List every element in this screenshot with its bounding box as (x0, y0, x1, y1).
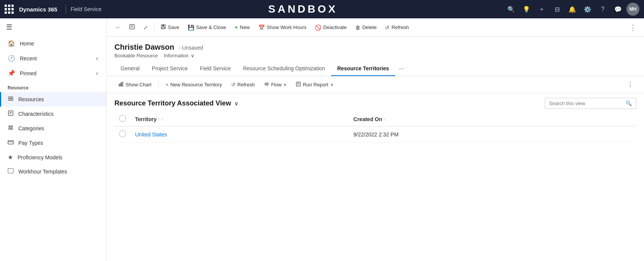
refresh-label: Refresh (391, 24, 409, 30)
top-navigation: Dynamics 365 Field Service SANDBOX 🔍 💡 ＋… (0, 0, 644, 18)
search-icon[interactable]: 🔍 (504, 2, 518, 16)
new-territory-plus-icon: + (166, 82, 169, 88)
sub-toolbar: Show Chart + New Resource Territory ↺ Re… (107, 76, 644, 93)
select-all-col (114, 112, 130, 126)
svg-rect-2 (8, 100, 13, 101)
back-icon: ← (115, 24, 121, 31)
created-on-sort-button[interactable]: Created On ↓ (353, 116, 632, 122)
territory-link[interactable]: United States (135, 131, 167, 138)
help-icon[interactable]: ? (596, 2, 610, 16)
top-nav-icons: 🔍 💡 ＋ ⊟ 🔔 ⚙️ ? 💬 MH (504, 2, 639, 16)
run-report-button[interactable]: Run Report ∨ (292, 79, 337, 90)
calendar-icon: 📅 (258, 24, 265, 31)
sidebar-item-categories[interactable]: Categories (0, 121, 106, 136)
svg-rect-10 (8, 141, 13, 144)
entity-name: Bookable Resource (114, 53, 158, 58)
hamburger-button[interactable]: ☰ (0, 18, 106, 36)
sub-sep-1 (158, 81, 159, 89)
back-button[interactable]: ← (111, 22, 124, 33)
user-avatar[interactable]: MH (626, 3, 639, 16)
bell-icon[interactable]: 🔔 (565, 2, 579, 16)
sidebar-item-workhour-templates[interactable]: Workhour Templates (0, 164, 106, 179)
svg-rect-22 (296, 82, 301, 86)
show-work-hours-button[interactable]: 📅 Show Work Hours (254, 22, 311, 33)
tab-resource-territories[interactable]: Resource Territories (331, 62, 395, 76)
sidebar-item-resources[interactable]: Resources (0, 92, 106, 107)
sidebar-item-proficiency-models[interactable]: ★ Proficiency Models (0, 150, 106, 164)
tab-field-service[interactable]: Field Service (194, 62, 237, 76)
app-launcher-button[interactable] (5, 5, 14, 14)
sidebar-item-pay-types[interactable]: Pay Types (0, 136, 106, 150)
svg-rect-12 (8, 169, 13, 173)
save-button[interactable]: Save (157, 22, 183, 33)
record-name: Christie Dawson (114, 43, 174, 52)
lightbulb-icon[interactable]: 💡 (520, 2, 533, 16)
more-commands-button[interactable]: ⋮ (626, 22, 639, 33)
save-close-button[interactable]: 💾 Save & Close (184, 22, 230, 33)
open-in-new-button[interactable]: ⤢ (140, 22, 152, 33)
run-report-icon (296, 81, 301, 88)
form-chevron-icon[interactable]: ∨ (191, 53, 195, 58)
pay-types-icon (8, 139, 14, 147)
new-label: New (240, 24, 250, 30)
save-icon (161, 24, 166, 31)
sidebar-item-pinned[interactable]: 📌 Pinned ∨ (0, 66, 106, 81)
created-on-cell: 9/22/2022 2:32 PM (349, 126, 636, 143)
sidebar-item-characteristics-label: Characteristics (18, 111, 54, 117)
svg-rect-19 (119, 84, 120, 86)
flow-chevron-icon: ∨ (283, 82, 287, 87)
form-icon (129, 24, 135, 31)
sub-refresh-button[interactable]: ↺ Refresh (227, 80, 259, 89)
tab-project-service[interactable]: Project Service (146, 62, 194, 76)
refresh-button[interactable]: ↺ Refresh (381, 22, 413, 33)
sidebar-item-home[interactable]: 🏠 Home (0, 36, 106, 51)
new-resource-territory-button[interactable]: + New Resource Territory (162, 80, 226, 89)
svg-rect-0 (8, 97, 13, 97)
view-title-chevron-icon[interactable]: ∨ (234, 101, 238, 107)
chat-icon[interactable]: 💬 (611, 2, 625, 16)
select-all-checkbox[interactable] (119, 115, 126, 122)
svg-point-9 (11, 128, 13, 130)
territory-col-header: Territory ↑ ↓ (130, 112, 349, 126)
sub-more-button[interactable]: ⋮ (624, 79, 636, 90)
more-tabs-button[interactable]: ··· (395, 62, 408, 75)
save-close-label: Save & Close (196, 24, 226, 30)
plus-icon[interactable]: ＋ (535, 2, 549, 16)
recent-chevron-icon: ∨ (95, 56, 99, 61)
gear-icon[interactable]: ⚙️ (581, 2, 594, 16)
sidebar-item-recent[interactable]: 🕐 Recent ∨ (0, 51, 106, 66)
command-bar: ← ⤢ Save 💾 Save & Close (107, 18, 644, 37)
search-input[interactable] (545, 98, 622, 109)
flow-button[interactable]: Flow ∨ (260, 79, 290, 90)
form-view-button[interactable] (125, 21, 139, 33)
row-checkbox[interactable] (119, 130, 126, 137)
view-title: Resource Territory Associated View ∨ (114, 99, 238, 107)
deactivate-icon: 🚫 (315, 24, 321, 31)
refresh-icon: ↺ (385, 24, 390, 31)
show-chart-button[interactable]: Show Chart (114, 79, 155, 90)
new-resource-territory-label: New Resource Territory (171, 82, 222, 88)
sidebar-item-pinned-label: Pinned (20, 70, 37, 76)
sidebar-item-categories-label: Categories (18, 125, 44, 131)
delete-label: Delete (362, 24, 377, 30)
sidebar-item-characteristics[interactable]: Characteristics (0, 107, 106, 121)
workhour-icon (8, 168, 14, 175)
filter-icon[interactable]: ⊟ (550, 2, 564, 16)
show-chart-label: Show Chart (126, 82, 151, 88)
pinned-chevron-icon: ∨ (95, 71, 99, 76)
show-work-hours-label: Show Work Hours (267, 24, 307, 30)
deactivate-button[interactable]: 🚫 Deactivate (311, 22, 350, 33)
tab-general[interactable]: General (114, 62, 146, 76)
new-plus-icon: + (234, 24, 238, 31)
tabs-bar: General Project Service Field Service Re… (107, 62, 644, 76)
new-button[interactable]: + New (230, 22, 253, 33)
tab-resource-scheduling[interactable]: Resource Scheduling Optimization (237, 62, 331, 76)
main-layout: ☰ 🏠 Home 🕐 Recent ∨ 📌 Pinned ∨ Resource … (0, 18, 644, 261)
territory-sort-button[interactable]: Territory ↑ ↓ (135, 116, 344, 122)
search-submit-button[interactable]: 🔍 (622, 98, 636, 109)
sub-refresh-icon: ↺ (231, 82, 235, 88)
run-report-chevron-icon: ∨ (330, 82, 333, 87)
delete-button[interactable]: 🗑 Delete (351, 22, 381, 33)
sidebar: ☰ 🏠 Home 🕐 Recent ∨ 📌 Pinned ∨ Resource … (0, 18, 107, 261)
sandbox-label: SANDBOX (101, 3, 504, 15)
